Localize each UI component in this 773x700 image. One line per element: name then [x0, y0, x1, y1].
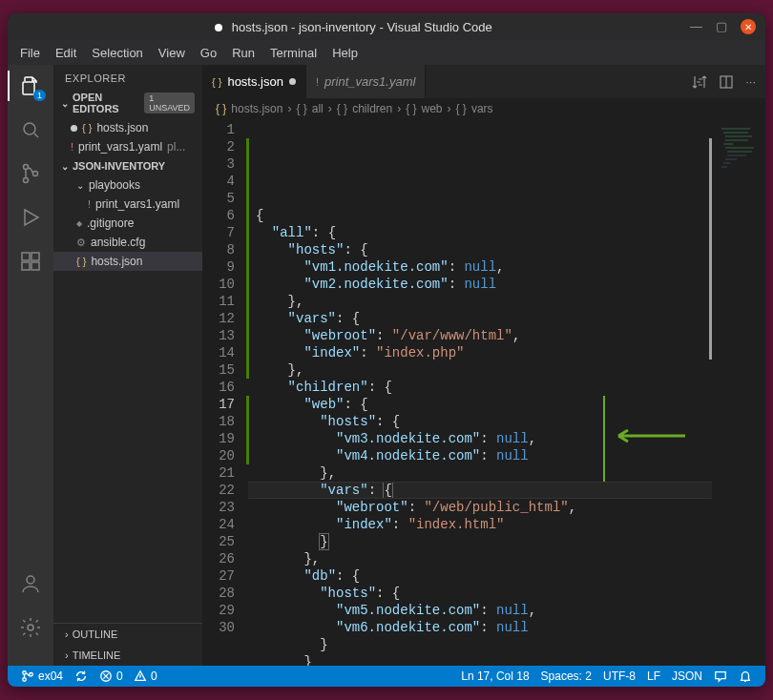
code-line[interactable]: "vm6.nodekite.com": null: [248, 619, 712, 636]
code-line[interactable]: },: [248, 464, 712, 482]
minimap[interactable]: [712, 119, 765, 666]
chevron-down-icon: ⌄: [76, 180, 84, 191]
svg-point-10: [28, 625, 33, 630]
minimize-icon[interactable]: —: [690, 19, 702, 34]
problems[interactable]: 0 0: [94, 669, 163, 683]
menu-view[interactable]: View: [152, 43, 192, 63]
brace-icon: { }: [337, 102, 347, 115]
brace-icon: { }: [406, 102, 416, 115]
open-editor-item[interactable]: !print_vars1.yaml pl...: [53, 137, 202, 156]
modified-dot-icon: [289, 78, 296, 85]
close-icon[interactable]: ✕: [741, 19, 756, 34]
menu-file[interactable]: File: [13, 43, 47, 63]
sidebar-title: EXPLORER: [53, 65, 202, 88]
encoding[interactable]: UTF-8: [597, 669, 641, 683]
code-line[interactable]: "vars": {: [248, 310, 712, 327]
explorer-icon[interactable]: 1: [17, 72, 44, 99]
breadcrumb[interactable]: { }hosts.json›{ }all›{ }children›{ }web›…: [202, 98, 765, 119]
svg-point-1: [24, 123, 35, 134]
code-line[interactable]: "hosts": {: [248, 413, 712, 430]
activity-bar: 1: [8, 65, 53, 666]
code-line[interactable]: }: [248, 653, 712, 666]
menu-selection[interactable]: Selection: [85, 43, 149, 63]
code-line[interactable]: "webroot": "/var/www/html",: [248, 327, 712, 344]
tree-item[interactable]: !print_vars1.yaml: [53, 195, 202, 214]
open-editor-item[interactable]: { }hosts.json: [53, 118, 202, 137]
notifications-icon[interactable]: [733, 669, 758, 683]
sidebar: EXPLORER ⌄ OPEN EDITORS 1 UNSAVED { }hos…: [53, 65, 202, 666]
tree-item[interactable]: ⚙ansible.cfg: [53, 233, 202, 252]
editor-tab[interactable]: !print_vars1.yaml: [306, 65, 426, 98]
code-line[interactable]: "vars": {: [248, 482, 712, 499]
code-line[interactable]: "vm1.nodekite.com": null,: [248, 258, 712, 276]
chevron-right-icon: ›: [65, 649, 69, 661]
vscode-window: hosts.json - json-inventory - Visual Stu…: [8, 13, 765, 687]
modified-dot-icon: [71, 125, 77, 132]
feedback-icon[interactable]: [708, 669, 733, 683]
code-line[interactable]: "webroot": "/web/public_html",: [248, 499, 712, 516]
file-icon: ◆: [76, 219, 82, 228]
code-line[interactable]: },: [248, 550, 712, 567]
line-gutter: 1234567891011121314151617181920212223242…: [202, 119, 248, 666]
settings-gear-icon[interactable]: [17, 614, 44, 641]
code-line[interactable]: }: [248, 636, 712, 653]
menu-help[interactable]: Help: [325, 43, 365, 63]
search-icon[interactable]: [17, 116, 44, 143]
json-file-icon: { }: [212, 76, 221, 88]
code-line[interactable]: },: [248, 293, 712, 310]
cursor-position[interactable]: Ln 17, Col 18: [455, 669, 534, 683]
svg-point-13: [23, 678, 27, 682]
open-editors-section[interactable]: ⌄ OPEN EDITORS 1 UNSAVED: [53, 88, 202, 118]
timeline-section[interactable]: ›TIMELINE: [53, 645, 202, 666]
code-line[interactable]: "children": {: [248, 379, 712, 396]
code-line[interactable]: "hosts": {: [248, 241, 712, 258]
compare-changes-icon[interactable]: [692, 74, 707, 90]
code-line[interactable]: "web": {: [248, 396, 712, 413]
extensions-icon[interactable]: [17, 248, 44, 275]
code-line[interactable]: "vm4.nodekite.com": null: [248, 447, 712, 464]
code-line[interactable]: "all": {: [248, 224, 712, 241]
code-line[interactable]: }: [248, 533, 712, 550]
indentation[interactable]: Spaces: 2: [535, 669, 597, 683]
menu-go[interactable]: Go: [194, 43, 223, 63]
menu-terminal[interactable]: Terminal: [263, 43, 324, 63]
language-mode[interactable]: JSON: [666, 669, 708, 683]
code-line[interactable]: {: [248, 207, 712, 224]
code-line[interactable]: "vm3.nodekite.com": null,: [248, 430, 712, 447]
accounts-icon[interactable]: [17, 570, 44, 597]
breadcrumb-item[interactable]: children: [352, 102, 392, 115]
code-line[interactable]: "vm5.nodekite.com": null,: [248, 602, 712, 619]
git-branch[interactable]: ex04: [15, 669, 69, 683]
tree-item[interactable]: ◆.gitignore: [53, 214, 202, 233]
tree-item[interactable]: { }hosts.json: [53, 252, 202, 271]
code-line[interactable]: "hosts": {: [248, 585, 712, 602]
editor-tab[interactable]: { }hosts.json: [202, 65, 306, 98]
git-sync[interactable]: [69, 669, 94, 683]
more-actions-icon[interactable]: ···: [745, 74, 756, 89]
maximize-icon[interactable]: ▢: [716, 19, 727, 34]
brace-icon: { }: [456, 102, 467, 115]
breadcrumb-item[interactable]: hosts.json: [231, 102, 282, 115]
outline-section[interactable]: ›OUTLINE: [53, 624, 202, 645]
breadcrumb-item[interactable]: all: [312, 102, 324, 115]
run-debug-icon[interactable]: [17, 204, 44, 231]
code-line[interactable]: "vm2.nodekite.com": null: [248, 276, 712, 293]
code-line[interactable]: "index": "index.php": [248, 344, 712, 361]
breadcrumb-item[interactable]: vars: [471, 102, 493, 115]
menubar: FileEditSelectionViewGoRunTerminalHelp: [8, 40, 765, 65]
breadcrumb-item[interactable]: web: [422, 102, 443, 115]
code-line[interactable]: "db": {: [248, 567, 712, 585]
code-line[interactable]: },: [248, 361, 712, 379]
editor-area: { }hosts.json!print_vars1.yaml ··· { }ho…: [202, 65, 765, 666]
titlebar[interactable]: hosts.json - json-inventory - Visual Stu…: [8, 13, 765, 40]
source-control-icon[interactable]: [17, 160, 44, 187]
eol[interactable]: LF: [641, 669, 666, 683]
folder-section[interactable]: ⌄ JSON-INVENTORY: [53, 156, 202, 175]
split-editor-icon[interactable]: [719, 74, 734, 90]
code-line[interactable]: "index": "index.html": [248, 516, 712, 533]
menu-run[interactable]: Run: [225, 43, 261, 63]
menu-edit[interactable]: Edit: [49, 43, 83, 63]
tree-item[interactable]: ⌄playbooks: [53, 175, 202, 195]
code-editor[interactable]: 1234567891011121314151617181920212223242…: [202, 119, 765, 666]
json-file-icon: { }: [82, 122, 92, 134]
